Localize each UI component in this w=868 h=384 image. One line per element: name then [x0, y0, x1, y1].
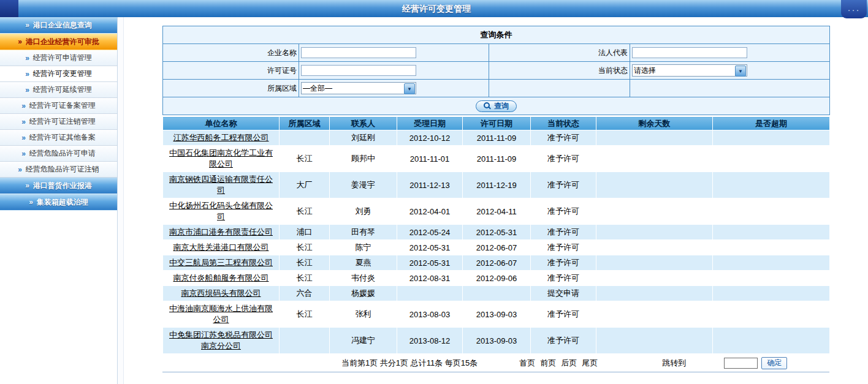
sidebar-item-1[interactable]: »港口企业经营许可审批 — [0, 34, 117, 50]
sidebar-item-11[interactable]: »集装箱超载治理 — [0, 194, 117, 211]
company-name-link[interactable]: 中化扬州石化码头仓储有限公司 — [169, 201, 273, 221]
table-row: 江苏华西船务工程有限公司刘廷刚2012-10-122011-11-09准予许可 — [163, 130, 830, 146]
table-cell-region: 长江 — [280, 271, 330, 286]
company-name-cell: 中海油南京顺海水上供油有限公司 — [163, 301, 280, 328]
table-cell-contact: 田有琴 — [330, 225, 397, 240]
results-table: 单位名称所属区域联系人受理日期许可日期当前状态剩余天数是否超期 江苏华西船务工程… — [162, 116, 830, 354]
table-cell-remaining — [596, 301, 713, 328]
company-name-link[interactable]: 南京市浦口港务有限责任公司 — [169, 227, 273, 236]
sidebar-item-6[interactable]: »经营许可证注销管理 — [0, 114, 117, 130]
double-arrow-icon: » — [18, 37, 22, 46]
license-no-input[interactable] — [301, 65, 416, 76]
legal-rep-input[interactable] — [632, 47, 747, 58]
double-arrow-icon: » — [25, 181, 29, 190]
table-row: 南京大胜关港港口有限公司长江陈宁2012-05-312012-06-07准予许可 — [163, 240, 830, 255]
sidebar-item-label: 经营许可变更管理 — [33, 69, 92, 79]
search-button[interactable]: 查询 — [476, 100, 517, 112]
company-name-link[interactable]: 中交三航局第三工程有限公司 — [169, 258, 273, 267]
table-cell-accept_date: 2011-12-13 — [397, 172, 463, 198]
table-row: 中交三航局第三工程有限公司长江夏燕2012-05-312012-06-07准予许… — [163, 255, 830, 271]
table-cell-contact: 夏燕 — [330, 255, 397, 271]
region-select[interactable]: —全部— — [301, 82, 416, 94]
content-inner: 查询条件 企业名称 法人代表 — [162, 26, 829, 372]
jump-page-input[interactable] — [724, 358, 758, 369]
sidebar-menu: »港口企业信息查询»港口企业经营许可审批»经营许可申请管理»经营许可变更管理»经… — [0, 17, 117, 211]
table-cell-license_date: 2011-11-09 — [463, 146, 531, 172]
sidebar-item-label: 经营许可延续管理 — [33, 85, 92, 95]
sidebar-item-7[interactable]: »经营许可证其他备案 — [0, 130, 117, 146]
table-cell-region — [280, 130, 330, 146]
table-cell-accept_date: 2011-11-01 — [397, 146, 463, 172]
main-content: 查询条件 企业名称 法人代表 — [124, 17, 868, 384]
company-name-link[interactable]: 中国石化集团南京化学工业有限公司 — [169, 148, 273, 168]
table-cell-overdue — [713, 301, 830, 328]
table-cell-status: 准予许可 — [531, 146, 596, 172]
sidebar-item-5[interactable]: »经营许可证备案管理 — [0, 98, 117, 114]
table-cell-accept_date: 2012-04-01 — [397, 198, 463, 225]
query-panel: 查询条件 企业名称 法人代表 — [162, 26, 830, 115]
sidebar-item-9[interactable]: »经营危险品许可证注销 — [0, 162, 117, 178]
table-cell-overdue — [713, 240, 830, 255]
sidebar-item-label: 经营许可申请管理 — [33, 53, 92, 63]
sidebar-item-label: 港口企业信息查询 — [33, 20, 92, 31]
sidebar-item-4[interactable]: »经营许可延续管理 — [0, 82, 117, 98]
table-cell-region: 长江 — [280, 198, 330, 225]
table-cell-accept_date: 2012-05-24 — [397, 225, 463, 240]
company-name-link[interactable]: 南京西坝码头有限公司 — [181, 288, 261, 298]
table-cell-contact: 刘勇 — [330, 198, 397, 225]
table-cell-contact: 韦付炎 — [330, 271, 397, 286]
table-cell-status: 准予许可 — [531, 130, 596, 146]
double-arrow-icon: » — [25, 86, 29, 94]
company-name-link[interactable]: 南京大胜关港港口有限公司 — [173, 243, 269, 252]
table-cell-remaining — [596, 286, 713, 301]
query-panel-title: 查询条件 — [163, 26, 830, 44]
license-no-label: 许可证号 — [163, 62, 299, 80]
table-cell-license_date: 2011-11-09 — [463, 130, 531, 146]
pager-link[interactable]: 首页 — [519, 358, 535, 369]
table-cell-status: 准予许可 — [531, 172, 596, 198]
sidebar-item-0[interactable]: »港口企业信息查询 — [0, 17, 117, 34]
sidebar-splitter[interactable] — [118, 17, 124, 384]
table-cell-license_date: 2012-06-07 — [463, 240, 531, 255]
query-button-row: 查询 — [163, 97, 830, 115]
status-select-wrap: 请选择 — [632, 64, 747, 77]
company-name-link[interactable]: 中海油南京顺海水上供油有限公司 — [169, 304, 273, 324]
sidebar-item-10[interactable]: »港口普货作业报港 — [0, 178, 117, 194]
table-cell-region: 浦口 — [280, 225, 330, 240]
status-select[interactable]: 请选择 — [632, 64, 747, 77]
main-area: 查询条件 企业名称 法人代表 — [124, 17, 868, 384]
pagination-bar: 当前第1页 共分1页 总计11条 每页15条 首页前页后页尾页 跳转到 确定 — [162, 354, 829, 372]
company-name-link[interactable]: 南京付炎船舶服务有限公司 — [173, 273, 269, 282]
table-cell-license_date: 2012-06-07 — [463, 255, 531, 271]
double-arrow-icon: » — [25, 21, 29, 29]
table-row: 南京西坝码头有限公司六合杨媛媛提交申请 — [163, 286, 830, 301]
pager-link[interactable]: 尾页 — [582, 358, 598, 369]
confirm-button[interactable]: 确定 — [761, 357, 787, 369]
table-cell-status: 准予许可 — [531, 301, 596, 328]
header-right-cap: ··· — [841, 0, 867, 18]
pager-link[interactable]: 前页 — [540, 358, 556, 369]
table-cell-contact: 杨媛媛 — [330, 286, 397, 301]
table-cell-contact: 姜漫宇 — [330, 172, 397, 198]
pager-link[interactable]: 后页 — [561, 358, 577, 369]
table-cell-remaining — [596, 198, 713, 225]
sidebar-item-2[interactable]: »经营许可申请管理 — [0, 50, 117, 66]
double-arrow-icon: » — [21, 134, 26, 142]
sidebar-item-3[interactable]: »经营许可变更管理 — [0, 66, 117, 82]
empty-input-cell — [630, 80, 830, 97]
table-cell-contact: 张利 — [330, 301, 397, 328]
sidebar-item-label: 经营许可证注销管理 — [29, 116, 96, 127]
sidebar-item-8[interactable]: »经营危险品许可申请 — [0, 146, 117, 162]
sidebar-item-label: 经营许可证其他备案 — [29, 132, 96, 143]
company-name-link[interactable]: 南京钢铁四通运输有限责任公司 — [169, 175, 273, 195]
sidebar-item-label: 港口普货作业报港 — [33, 181, 92, 191]
company-name-link[interactable]: 中免集团江苏免税品有限公司南京分公司 — [169, 330, 273, 350]
company-name-input[interactable] — [301, 47, 416, 58]
sidebar-item-label: 经营危险品许可申请 — [29, 148, 96, 159]
column-header: 联系人 — [330, 117, 397, 130]
company-name-cell: 江苏华西船务工程有限公司 — [163, 130, 280, 146]
company-name-link[interactable]: 江苏华西船务工程有限公司 — [173, 133, 269, 142]
table-cell-overdue — [713, 225, 830, 240]
double-arrow-icon: » — [21, 118, 26, 126]
table-row: 中海油南京顺海水上供油有限公司长江张利2013-08-032013-09-03准… — [163, 301, 830, 328]
